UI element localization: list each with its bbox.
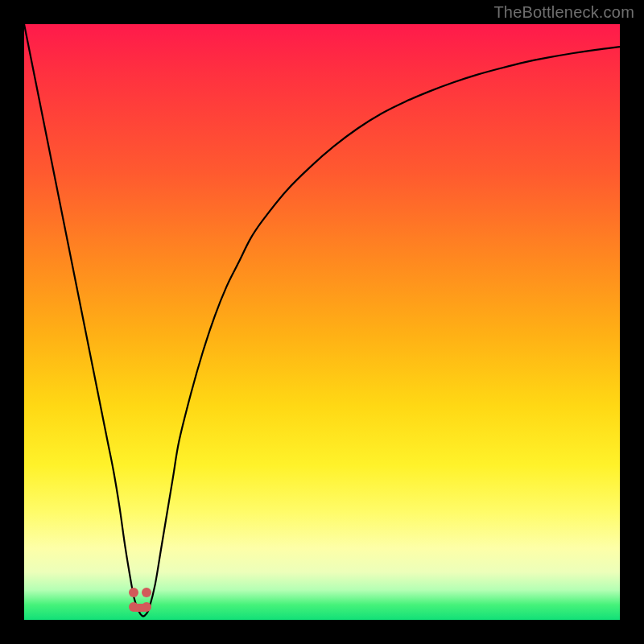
plot-area bbox=[24, 24, 620, 620]
bottleneck-curve bbox=[24, 24, 620, 620]
watermark-text: TheBottleneck.com bbox=[493, 3, 634, 22]
curve-path bbox=[24, 24, 620, 617]
marker-bridge bbox=[132, 604, 148, 612]
outer-frame: TheBottleneck.com bbox=[0, 0, 644, 644]
optimal-marker bbox=[129, 588, 151, 612]
marker-dot-left bbox=[129, 588, 138, 597]
marker-dot-right bbox=[142, 588, 151, 597]
